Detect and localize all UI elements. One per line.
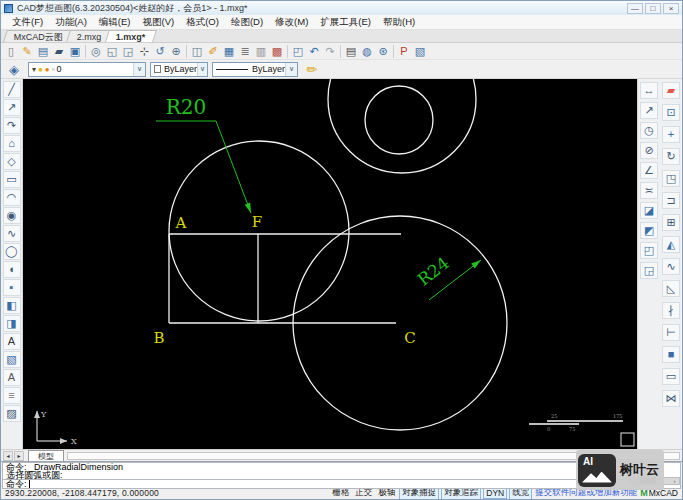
circle-button[interactable]: ◉ xyxy=(3,207,21,224)
layer-select[interactable]: ▾●●▫ 0 ∨ xyxy=(28,62,146,77)
aligned-dimension-button[interactable]: ↗ xyxy=(640,102,658,119)
dim-text-edit-button[interactable]: ◩ xyxy=(640,222,658,239)
pdf-export-button[interactable]: P xyxy=(396,44,412,59)
redline-button[interactable]: ✐ xyxy=(205,44,221,59)
scroll-right-icon[interactable]: › xyxy=(670,478,679,484)
offset-button[interactable]: ⊐ xyxy=(662,192,680,209)
diameter-dimension-button[interactable]: ⊘ xyxy=(640,142,658,159)
copy-object-button[interactable]: ⊡ xyxy=(662,104,680,121)
join-button[interactable]: ⋈ xyxy=(662,390,680,407)
doc-tab-2[interactable]: 1.mxg* xyxy=(105,30,156,42)
menu-item-0[interactable]: 文件(F) xyxy=(7,16,48,29)
named-views-icon: ◫ xyxy=(192,46,202,57)
erase-button[interactable]: ▰ xyxy=(662,82,680,99)
layer-manager-button[interactable]: ◈ xyxy=(4,61,24,78)
open-folder-button[interactable]: ▰ xyxy=(51,44,67,59)
trim-button[interactable]: ∤ xyxy=(662,302,680,319)
diameter-dimension-icon: ⊘ xyxy=(644,145,653,156)
array-button[interactable]: ⊞ xyxy=(662,214,680,231)
menu-item-6[interactable]: 修改(M) xyxy=(270,16,313,29)
redo-button[interactable]: ↷ xyxy=(322,44,338,59)
multiline-button[interactable]: ≡ xyxy=(3,387,21,404)
pan-button[interactable]: ⊹ xyxy=(136,44,152,59)
dim-update-button[interactable]: ◰ xyxy=(640,242,658,259)
angular-dimension-button[interactable]: ∠ xyxy=(640,162,658,179)
chevron-down-icon[interactable]: ∨ xyxy=(285,63,297,76)
move-button[interactable]: + xyxy=(662,126,680,143)
draworder-button[interactable]: ✏ xyxy=(302,61,322,78)
mtext-button[interactable]: ≣ xyxy=(237,44,253,59)
make-block-button[interactable]: ◧ xyxy=(3,297,21,314)
table-button[interactable]: ▦ xyxy=(221,44,237,59)
tab-model[interactable]: 模型 xyxy=(28,450,64,461)
save-all-button[interactable]: ◰ xyxy=(290,44,306,59)
spline-edit-button[interactable]: ∿ xyxy=(662,258,680,275)
explode-button[interactable]: ■ xyxy=(662,346,680,363)
menu-item-2[interactable]: 编辑(E) xyxy=(94,16,136,29)
hatch-button[interactable]: ▨ xyxy=(3,405,21,422)
zoom-extents-button[interactable]: ◲ xyxy=(120,44,136,59)
menu-item-1[interactable]: 功能(A) xyxy=(50,16,92,29)
minimize-button[interactable]: — xyxy=(627,3,643,14)
menu-item-7[interactable]: 扩展工具(E) xyxy=(315,16,376,29)
maximize-button[interactable]: □ xyxy=(645,3,661,14)
inscribed-polygon-button[interactable]: ◇ xyxy=(3,153,21,170)
color-select[interactable]: ByLayer ∨ xyxy=(150,62,208,77)
zoom-scale-button[interactable]: ⊕ xyxy=(168,44,184,59)
menu-item-5[interactable]: 绘图(D) xyxy=(226,16,268,29)
extend-button[interactable]: ⊢ xyxy=(662,324,680,341)
zoom-in-button[interactable]: ◎ xyxy=(88,44,104,59)
clipboard-button[interactable]: ▥ xyxy=(253,44,269,59)
insert-block-button[interactable]: ◨ xyxy=(3,315,21,332)
polyline-edit-button[interactable]: ◺ xyxy=(662,280,680,297)
named-views-button[interactable]: ◫ xyxy=(189,44,205,59)
dim-edit-button[interactable]: ◪ xyxy=(640,202,658,219)
chevron-down-icon[interactable]: ∨ xyxy=(133,63,145,76)
menu-item-4[interactable]: 格式(O) xyxy=(181,16,224,29)
dim-style-button[interactable]: ◲ xyxy=(640,262,658,279)
zoom-window-button[interactable]: ◱ xyxy=(104,44,120,59)
ellipse-button[interactable]: ◯ xyxy=(3,243,21,260)
break-button[interactable]: ▭ xyxy=(662,368,680,385)
revision-cloud-button[interactable]: ↷ xyxy=(3,117,21,134)
ellipse-arc-button[interactable]: ◖ xyxy=(3,261,21,278)
rotate-button[interactable]: ↻ xyxy=(662,148,680,165)
insert-image-button[interactable]: ▧ xyxy=(412,44,428,59)
revision-cloud-icon: ↷ xyxy=(7,120,16,131)
quick-dimension-button[interactable]: ≍ xyxy=(640,182,658,199)
save-button[interactable]: ▣ xyxy=(67,44,83,59)
layout-prev-button[interactable]: ◂ xyxy=(3,451,13,461)
doc-tab-0[interactable]: MxCAD云图 xyxy=(3,30,74,42)
menu-item-3[interactable]: 视图(V) xyxy=(137,16,179,29)
rectangle-button[interactable]: ▭ xyxy=(3,171,21,188)
layout-next-button[interactable]: ▸ xyxy=(14,451,24,461)
save-edit-button[interactable]: ▤ xyxy=(35,44,51,59)
polygon-button[interactable]: ⌂ xyxy=(3,135,21,152)
scale-button[interactable]: ◳ xyxy=(662,170,680,187)
image-button[interactable]: ▧ xyxy=(3,351,21,368)
radius-dimension-button[interactable]: ◷ xyxy=(640,122,658,139)
text-style-button[interactable]: A xyxy=(3,369,21,386)
linetype-select[interactable]: ByLayer ∨ xyxy=(212,62,298,77)
open-edit-button[interactable]: ✎ xyxy=(19,44,35,59)
spline-button[interactable]: ∿ xyxy=(3,225,21,242)
menu-item-8[interactable]: 帮助(H) xyxy=(378,16,420,29)
web-button[interactable]: ◍ xyxy=(359,44,375,59)
mirror-button[interactable]: ◭ xyxy=(662,236,680,253)
new-file-button[interactable]: ▯ xyxy=(3,44,19,59)
palette-button[interactable]: ▩ xyxy=(269,44,285,59)
mirror-icon: ◭ xyxy=(667,239,675,250)
print-button[interactable]: ▤ xyxy=(343,44,359,59)
close-button[interactable]: × xyxy=(663,3,679,14)
zoom-previous-button[interactable]: ↺ xyxy=(152,44,168,59)
line-button[interactable]: ╱ xyxy=(3,81,21,98)
arc-button[interactable]: ◠ xyxy=(3,189,21,206)
linear-dimension-button[interactable]: ↔ xyxy=(640,82,658,99)
undo-button[interactable]: ↶ xyxy=(306,44,322,59)
point-button[interactable]: ▪ xyxy=(3,279,21,296)
web-publish-button[interactable]: ⊛ xyxy=(375,44,391,59)
chevron-down-icon[interactable]: ∨ xyxy=(197,63,207,76)
polyline-button[interactable]: ↗ xyxy=(3,99,21,116)
text-button[interactable]: A xyxy=(3,333,21,350)
drawing-canvas[interactable]: AFBCR20R2425175075XY xyxy=(23,79,637,449)
